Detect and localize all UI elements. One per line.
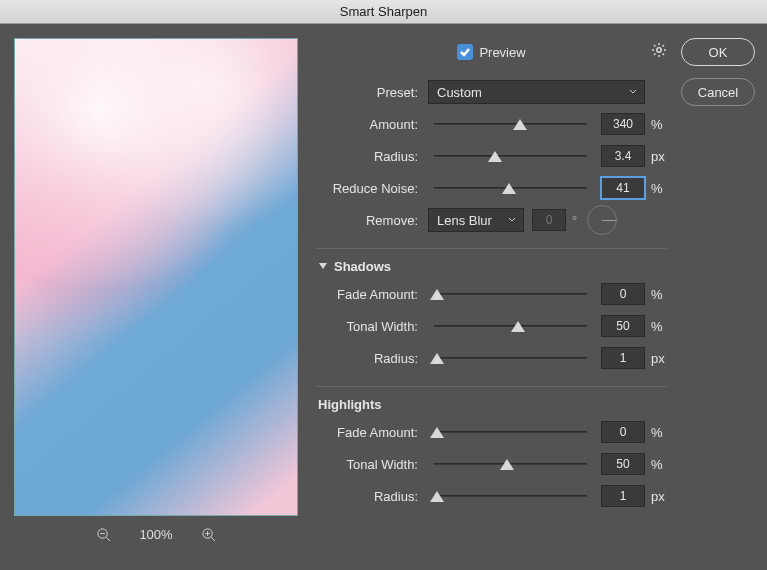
- angle-dial[interactable]: [587, 205, 617, 235]
- shadows-section-toggle[interactable]: Shadows: [316, 255, 667, 278]
- shadows-radius-label: Radius:: [316, 351, 428, 366]
- highlights-tonal-field[interactable]: [601, 453, 645, 475]
- divider: [316, 386, 667, 387]
- reduce-noise-slider[interactable]: [434, 181, 587, 195]
- zoom-out-icon[interactable]: [95, 526, 111, 542]
- highlights-fade-unit: %: [645, 425, 667, 440]
- shadows-fade-unit: %: [645, 287, 667, 302]
- zoom-level: 100%: [139, 527, 172, 542]
- shadows-tonal-unit: %: [645, 319, 667, 334]
- preview-checkbox[interactable]: [457, 44, 473, 60]
- highlights-fade-slider[interactable]: [434, 425, 587, 439]
- smart-sharpen-dialog: Smart Sharpen 100% Preview: [0, 0, 767, 570]
- titlebar: Smart Sharpen: [0, 0, 767, 24]
- gear-icon[interactable]: [651, 42, 667, 61]
- angle-field: [532, 209, 566, 231]
- amount-label: Amount:: [316, 117, 428, 132]
- window-title: Smart Sharpen: [340, 4, 427, 19]
- shadows-tonal-label: Tonal Width:: [316, 319, 428, 334]
- amount-field[interactable]: [601, 113, 645, 135]
- svg-line-4: [211, 537, 215, 541]
- shadows-tonal-slider[interactable]: [434, 319, 587, 333]
- chevron-down-icon: [318, 259, 328, 274]
- highlights-title: Highlights: [318, 397, 382, 412]
- chevron-down-icon: [507, 213, 517, 228]
- highlights-tonal-unit: %: [645, 457, 667, 472]
- radius-slider[interactable]: [434, 149, 587, 163]
- divider: [316, 248, 667, 249]
- radius-field[interactable]: [601, 145, 645, 167]
- svg-line-14: [654, 54, 656, 56]
- shadows-radius-slider[interactable]: [434, 351, 587, 365]
- highlights-tonal-label: Tonal Width:: [316, 457, 428, 472]
- shadows-fade-label: Fade Amount:: [316, 287, 428, 302]
- cancel-button[interactable]: Cancel: [681, 78, 755, 106]
- highlights-tonal-slider[interactable]: [434, 457, 587, 471]
- highlights-radius-unit: px: [645, 489, 667, 504]
- reduce-noise-unit: %: [645, 181, 667, 196]
- svg-point-7: [657, 48, 661, 52]
- shadows-radius-unit: px: [645, 351, 667, 366]
- radius-unit: px: [645, 149, 667, 164]
- highlights-fade-label: Fade Amount:: [316, 425, 428, 440]
- preset-value: Custom: [437, 85, 482, 100]
- svg-line-15: [663, 45, 665, 47]
- preset-label: Preset:: [316, 85, 428, 100]
- remove-select[interactable]: Lens Blur: [428, 208, 524, 232]
- zoom-in-icon[interactable]: [201, 526, 217, 542]
- svg-line-1: [106, 537, 110, 541]
- highlights-section-title: Highlights: [316, 393, 667, 416]
- reduce-noise-label: Reduce Noise:: [316, 181, 428, 196]
- preview-label: Preview: [479, 45, 525, 60]
- highlights-radius-slider[interactable]: [434, 489, 587, 503]
- radius-label: Radius:: [316, 149, 428, 164]
- remove-value: Lens Blur: [437, 213, 492, 228]
- highlights-radius-label: Radius:: [316, 489, 428, 504]
- chevron-down-icon: [628, 85, 638, 100]
- reduce-noise-field[interactable]: [601, 177, 645, 199]
- preview-image[interactable]: [14, 38, 298, 516]
- shadows-tonal-field[interactable]: [601, 315, 645, 337]
- shadows-fade-slider[interactable]: [434, 287, 587, 301]
- degree-label: °: [566, 213, 577, 228]
- remove-label: Remove:: [316, 213, 428, 228]
- preset-select[interactable]: Custom: [428, 80, 645, 104]
- shadows-fade-field[interactable]: [601, 283, 645, 305]
- highlights-fade-field[interactable]: [601, 421, 645, 443]
- amount-unit: %: [645, 117, 667, 132]
- shadows-radius-field[interactable]: [601, 347, 645, 369]
- svg-marker-16: [319, 263, 327, 269]
- svg-line-12: [654, 45, 656, 47]
- highlights-radius-field[interactable]: [601, 485, 645, 507]
- amount-slider[interactable]: [434, 117, 587, 131]
- svg-line-13: [663, 54, 665, 56]
- shadows-title: Shadows: [334, 259, 391, 274]
- ok-button[interactable]: OK: [681, 38, 755, 66]
